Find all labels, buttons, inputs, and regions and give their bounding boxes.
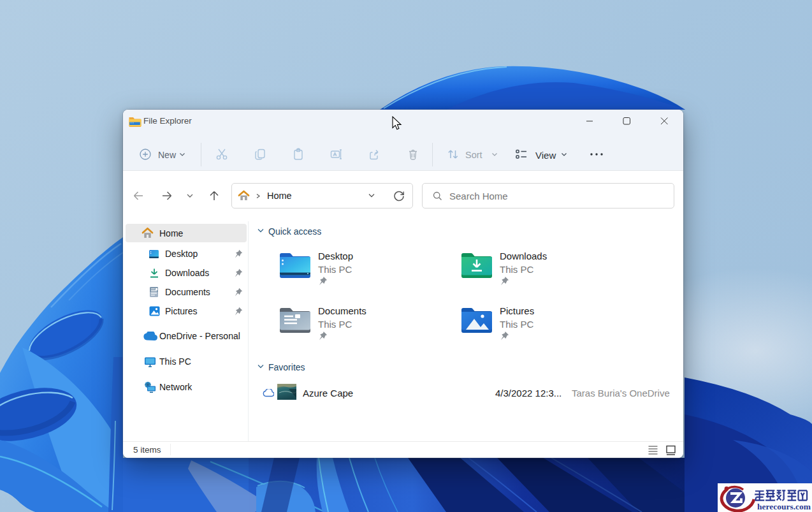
svg-text:herecours.com: herecours.com [757, 502, 811, 511]
